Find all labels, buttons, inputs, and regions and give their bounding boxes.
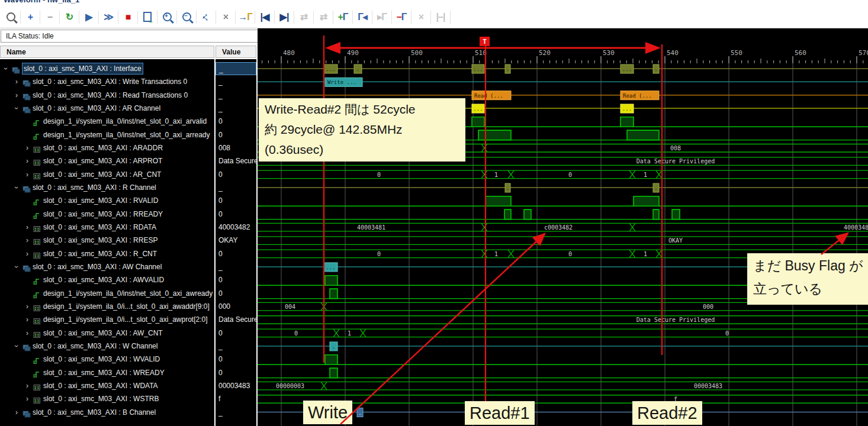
run-immediate-icon[interactable]: ▶ — [82, 9, 96, 25]
signal-row[interactable]: ›slot_0 : axi_smc_M03_AXI : WSTRB — [0, 392, 214, 405]
signal-row[interactable]: ›slot_0 : axi_smc_M03_AXI : RRESP — [0, 234, 214, 247]
svg-text:520: 520 — [539, 49, 551, 57]
expander-icon[interactable]: › — [10, 263, 23, 270]
stop-icon[interactable]: ■ — [121, 9, 135, 25]
signal-row[interactable]: ›slot_0 : axi_smc_M03_AXI : R Channel — [0, 181, 214, 194]
search-icon[interactable] — [4, 9, 18, 25]
signal-row[interactable]: ›design_1_i/system_ila_0/i...t_slot_0_ax… — [0, 300, 214, 313]
expander-icon[interactable]: › — [24, 154, 31, 167]
signal-value: 0 — [216, 208, 256, 221]
expander-icon[interactable]: › — [24, 379, 31, 392]
signal-row[interactable]: ›slot_0 : axi_smc_M03_AXI : Write Transa… — [0, 75, 214, 88]
name-column-header[interactable]: Name — [0, 46, 214, 58]
expander-icon[interactable]: › — [24, 247, 31, 260]
signal-row[interactable]: ›slot_0 : axi_smc_M03_AXI : Interface — [0, 62, 214, 75]
signal-row[interactable]: slot_0 : axi_smc_M03_AXI : RREADY — [0, 208, 214, 221]
prev-marker-icon[interactable]: Γ◂ — [355, 9, 369, 25]
expander-icon[interactable]: › — [13, 89, 20, 102]
signal-row[interactable]: ›slot_0 : axi_smc_M03_AXI : Read Transac… — [0, 89, 214, 102]
signal-name: slot_0 : axi_smc_M03_AXI : AR Channel — [33, 102, 160, 115]
expander-icon[interactable]: › — [24, 234, 31, 247]
svg-text:008: 008 — [670, 145, 681, 151]
toolbar-separator — [274, 11, 275, 24]
signal-row[interactable]: ›slot_0 : axi_smc_M03_AXI : AR Channel — [0, 102, 214, 115]
expander-icon[interactable]: › — [24, 221, 31, 234]
expander-icon[interactable]: › — [10, 184, 23, 191]
prev-transition-icon[interactable]: |◀ — [258, 9, 272, 25]
expander-icon[interactable]: › — [24, 141, 31, 154]
svg-text:40003483: 40003483 — [844, 224, 868, 231]
value-column-header[interactable]: Value — [216, 46, 256, 58]
expander-icon[interactable]: › — [24, 168, 31, 181]
signal-row[interactable]: ›slot_0 : axi_smc_M03_AXI : ARPROT — [0, 154, 214, 167]
fast-forward-icon[interactable]: ≫ — [101, 9, 115, 25]
toolbar-separator — [118, 11, 118, 24]
signal-value: Data Secure — [216, 313, 256, 326]
remove-marker-icon[interactable]: −Γ — [394, 9, 409, 25]
svg-text:1: 1 — [348, 330, 351, 337]
svg-text:.: . — [654, 185, 657, 191]
expander-icon[interactable]: › — [10, 105, 23, 112]
expander-icon[interactable]: › — [13, 75, 20, 88]
signal-name: slot_0 : axi_smc_M03_AXI : WREADY — [43, 366, 165, 379]
signal-name: design_1_i/system_ila_0/i...t_slot_0_axi… — [43, 313, 208, 326]
next-transition-icon[interactable]: ▶| — [277, 9, 291, 25]
signal-value: 40003482 — [216, 221, 256, 234]
expander-icon[interactable]: › — [24, 300, 31, 313]
toolbar-separator — [20, 11, 21, 24]
svg-text:570: 570 — [859, 49, 868, 57]
add-icon[interactable]: + — [23, 9, 37, 25]
ila-status-bar: ILA Status: Idle — [1, 30, 259, 43]
signal-name: slot_0 : axi_smc_M03_AXI : B Channel — [33, 406, 156, 419]
zoom-fit-icon[interactable]: ↔↔ — [199, 9, 213, 25]
zoom-in-icon[interactable]: + — [160, 9, 174, 25]
signal-tree: ›slot_0 : axi_smc_M03_AXI : Interface›sl… — [0, 59, 214, 426]
signal-row[interactable]: ›slot_0 : axi_smc_M03_AXI : R_CNT — [0, 247, 214, 260]
signal-row[interactable]: ›slot_0 : axi_smc_M03_AXI : AW_CNT — [0, 327, 214, 340]
toolbar-separator — [352, 11, 353, 24]
svg-text:T: T — [483, 38, 487, 46]
signal-value: 0 — [216, 194, 256, 207]
signal-value: 0 — [216, 128, 256, 141]
svg-text:Data Secure Privileged: Data Secure Privileged — [636, 317, 715, 323]
signal-row[interactable]: design_1_i/system_ila_0/inst/net_slot_0_… — [0, 128, 214, 141]
swap-prev-icon: ⇄ — [297, 9, 311, 25]
signal-row[interactable]: ›slot_0 : axi_smc_M03_AXI : B Channel — [0, 406, 214, 419]
svg-text:1: 1 — [494, 172, 498, 178]
signal-row[interactable]: ›slot_0 : axi_smc_M03_AXI : AR_CNT — [0, 168, 214, 181]
export-icon[interactable] — [140, 9, 155, 25]
signal-row[interactable]: design_1_i/system_ila_0/inst/net_slot_0_… — [0, 115, 214, 128]
expander-icon[interactable]: › — [24, 392, 31, 405]
signal-row[interactable]: ›slot_0 : axi_smc_M03_AXI : ARADDR — [0, 141, 214, 154]
trigger-x-icon[interactable]: × — [218, 9, 233, 25]
remove-icon[interactable]: − — [43, 9, 57, 25]
signal-row[interactable]: slot_0 : axi_smc_M03_AXI : RVALID — [0, 194, 214, 207]
expander-icon[interactable]: › — [24, 313, 31, 326]
run-trigger-icon[interactable]: ↻ — [62, 9, 76, 25]
zoom-out-icon[interactable]: − — [179, 9, 194, 25]
signal-row[interactable]: ›design_1_i/system_ila_0/i...t_slot_0_ax… — [0, 313, 214, 326]
toolbar: +−↻▶≫■+−↔↔×→Γ|◀▶|⇄⇄+ΓΓ◂▸Γ−Γ×|–| — [0, 6, 868, 28]
signal-value: OKAY — [216, 234, 256, 247]
expander-icon[interactable]: › — [13, 406, 20, 419]
signal-row[interactable]: ›slot_0 : axi_smc_M03_AXI : RDATA — [0, 221, 214, 234]
signal-row[interactable]: slot_0 : axi_smc_M03_AXI : WREADY — [0, 366, 214, 379]
expander-icon[interactable]: › — [10, 343, 23, 350]
toolbar-separator — [137, 11, 138, 24]
expander-icon[interactable]: › — [24, 327, 31, 340]
goto-marker-icon[interactable]: →Γ — [238, 9, 252, 25]
svg-text:00003483: 00003483 — [694, 383, 722, 389]
signal-row[interactable]: ›slot_0 : axi_smc_M03_AXI : WDATA — [0, 379, 214, 392]
signal-row[interactable]: design_1_i/system_ila_0/inst/net_slot_0_… — [0, 287, 214, 300]
signal-row[interactable]: slot_0 : axi_smc_M03_AXI : AWVALID — [0, 273, 214, 286]
expander-icon[interactable]: › — [0, 65, 12, 72]
add-marker-icon[interactable]: +Γ — [336, 9, 350, 25]
signal-row[interactable]: slot_0 : axi_smc_M03_AXI : WVALID — [0, 353, 214, 366]
toolbar-separator — [372, 11, 372, 24]
signal-value: 0 — [216, 327, 256, 340]
waveform-canvas[interactable]: 480490500510520530540550560570..........… — [258, 28, 868, 426]
svg-text:540: 540 — [667, 49, 679, 57]
signal-value: _ — [216, 260, 256, 273]
signal-row[interactable]: ›slot_0 : axi_smc_M03_AXI : AW Channel — [0, 260, 214, 273]
signal-row[interactable]: ›slot_0 : axi_smc_M03_AXI : W Channel — [0, 340, 214, 353]
